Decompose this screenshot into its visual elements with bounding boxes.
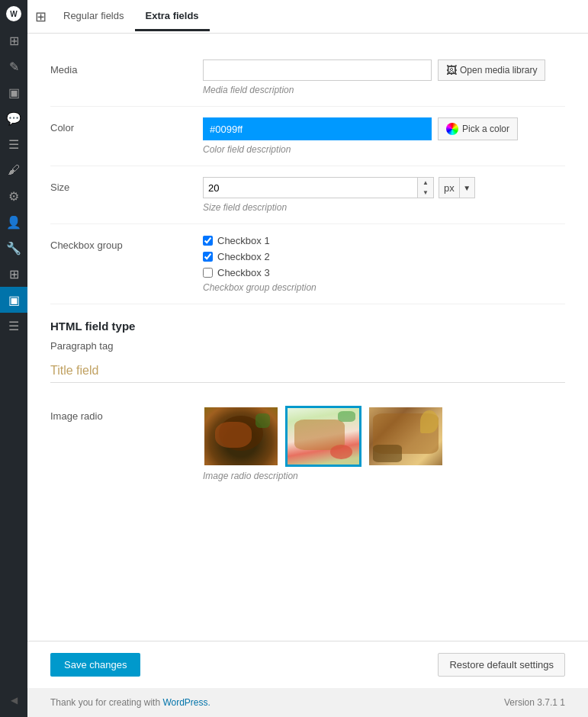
checkbox-item-3[interactable]: Checkbox 3 [203,267,565,278]
color-description: Color field description [203,144,565,155]
food-image-2 [288,408,359,465]
size-unit-label: px [439,178,459,198]
title-field-divider [50,382,565,383]
plugins-icon[interactable]: ⚙ [0,183,27,209]
checkbox-item-1[interactable]: Checkbox 1 [203,235,565,246]
checkbox-2-input[interactable] [203,252,213,262]
color-field-row: Color Pick a color Color field descripti… [50,107,565,166]
restore-default-settings-button[interactable]: Restore default settings [438,653,565,677]
image-radio-item-1[interactable] [203,406,279,467]
size-spinner: ▲ ▼ [417,178,433,198]
media-icon[interactable]: ▣ [0,79,27,105]
media-field-row: Media 🖼 Open media library Media field d… [50,49,565,107]
html-field-type-heading: HTML field type [50,320,565,333]
footer-thank-you-text: Thank you for creating with [50,697,162,708]
appearance-icon[interactable]: 🖌 [0,157,27,183]
size-up-button[interactable]: ▲ [418,178,433,188]
collapse-sidebar-button[interactable]: ◀ [0,691,27,709]
sidebar: W ⊞ ✎ ▣ 💬 ☰ 🖌 ⚙ 👤 🔧 ⊞ ▣ ☰ ◀ [0,0,27,717]
checkbox-1-label: Checkbox 1 [217,235,270,246]
image-radio-label: Image radio [50,406,203,422]
open-media-library-button[interactable]: 🖼 Open media library [438,59,545,81]
size-label: Size [50,177,203,193]
users-icon[interactable]: 👤 [0,209,27,235]
checkbox-group-description: Checkbox group description [203,282,565,293]
footer-thank-you: Thank you for creating with WordPress. [50,697,210,708]
size-number-wrapper: ▲ ▼ [203,177,434,198]
title-field-section: Title field [50,364,565,383]
paragraph-tag-text: Paragraph tag [50,340,565,352]
color-wheel-icon [446,123,458,135]
size-control: ▲ ▼ px ▼ Size field description [203,177,565,213]
media-text-input[interactable] [203,59,432,81]
checkbox-group: Checkbox 1 Checkbox 2 Checkbox 3 [203,235,565,278]
media-label: Media [50,59,203,76]
color-label: Color [50,117,203,133]
extra-nav-icon[interactable]: ☰ [0,313,27,339]
pages-icon[interactable]: ☰ [0,131,27,157]
image-radio-item-2[interactable] [285,406,361,467]
image-radio-row: Image radio [50,395,565,492]
footer: Thank you for creating with WordPress. V… [27,688,588,717]
checkbox-3-input[interactable] [203,268,213,278]
media-control: 🖼 Open media library Media field descrip… [203,59,565,95]
settings-icon[interactable]: ⊞ [0,261,27,287]
wp-logo[interactable]: W [0,0,27,27]
image-radio-group [203,406,565,467]
size-field-row: Size ▲ ▼ px ▼ Size field descrip [50,166,565,224]
form-area: Media 🖼 Open media library Media field d… [27,34,588,641]
food-image-1 [204,407,278,465]
color-control: Pick a color Color field description [203,117,565,155]
size-number-input[interactable] [204,178,417,198]
save-changes-button[interactable]: Save changes [50,653,140,677]
size-description: Size field description [203,202,565,213]
image-radio-description: Image radio description [203,471,565,481]
size-unit-dropdown[interactable]: ▼ [459,178,474,198]
active-plugin-icon[interactable]: ▣ [0,287,27,313]
checkbox-2-label: Checkbox 2 [217,251,270,262]
pick-color-button[interactable]: Pick a color [438,117,518,140]
tab-extra-fields[interactable]: Extra fields [135,2,210,31]
tabs-icon: ⊞ [35,8,47,25]
dashboard-icon[interactable]: ⊞ [0,27,27,53]
actions-bar: Save changes Restore default settings [27,641,588,688]
color-text-input[interactable] [203,117,432,140]
main-content: ⊞ Regular fields Extra fields Media 🖼 Op… [27,0,588,717]
food-image-3 [369,407,442,465]
size-unit-wrapper: px ▼ [439,177,475,198]
checkbox-group-control: Checkbox 1 Checkbox 2 Checkbox 3 Checkbo… [203,235,565,293]
checkbox-group-label: Checkbox group [50,235,203,251]
footer-version: Version 3.7.1 1 [504,697,565,708]
footer-wordpress-link[interactable]: WordPress. [162,697,210,708]
checkbox-item-2[interactable]: Checkbox 2 [203,251,565,262]
comments-icon[interactable]: 💬 [0,105,27,131]
tab-regular-fields[interactable]: Regular fields [53,2,135,31]
tabs-bar: ⊞ Regular fields Extra fields [27,0,588,34]
pick-color-btn-label: Pick a color [462,124,509,134]
image-radio-item-3[interactable] [368,406,444,467]
checkbox-3-label: Checkbox 3 [217,267,270,278]
image-radio-control: Image radio description [203,406,565,481]
tools-icon[interactable]: 🔧 [0,235,27,261]
image-icon: 🖼 [446,64,457,76]
media-description: Media field description [203,85,565,95]
checkbox-group-row: Checkbox group Checkbox 1 Checkbox 2 Che… [50,224,565,304]
title-field-label: Title field [50,364,565,378]
open-media-btn-label: Open media library [460,65,537,76]
checkbox-1-input[interactable] [203,236,213,246]
posts-icon[interactable]: ✎ [0,53,27,79]
size-down-button[interactable]: ▼ [418,188,433,198]
